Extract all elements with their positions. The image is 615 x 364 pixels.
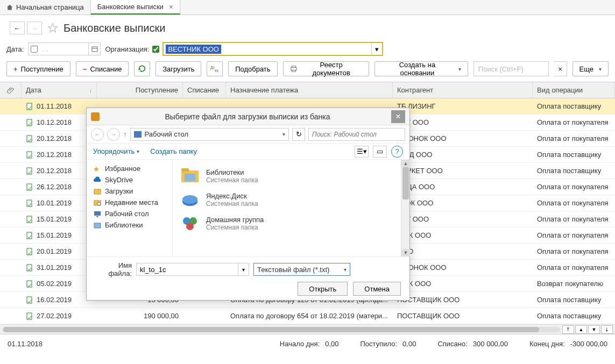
scroll-down-icon[interactable]: ▼ (401, 249, 410, 256)
cancel-button[interactable]: Отмена (353, 282, 401, 296)
back-button[interactable]: ← (10, 22, 25, 34)
chevron-down-icon: ▾ (599, 66, 602, 72)
col-contragent[interactable]: Контрагент (393, 82, 533, 98)
svg-point-31 (182, 195, 197, 204)
plus-icon: + (13, 65, 18, 73)
dtkt-button[interactable]: ДтКт (207, 61, 223, 76)
cell-contragent: ВИЦА ООО (393, 183, 533, 191)
sidebar-item-desk[interactable]: Рабочий стол (87, 208, 172, 219)
organize-button[interactable]: Упорядочить ▾ (93, 147, 139, 155)
cell-operation: Оплата от покупателя (533, 263, 615, 272)
chevron-down-icon[interactable]: ▾ (282, 131, 285, 137)
dialog-back-button[interactable]: ← (91, 128, 104, 141)
minus-icon: − (83, 65, 87, 73)
cell-operation: Оплата от покупателя (533, 183, 615, 191)
org-filter-checkbox[interactable] (152, 46, 159, 53)
sidebar-item-dl[interactable]: Загрузки (87, 185, 172, 197)
income-button[interactable]: +Поступление (6, 61, 70, 76)
org-value: ВЕСТНИК ООО (166, 45, 221, 54)
date-filter-checkbox[interactable] (31, 46, 38, 53)
search-input[interactable] (473, 61, 549, 76)
cell-date: 26.12.2018 (22, 183, 97, 191)
folder-icon (179, 190, 201, 209)
cell-date: 05.02.2019 (22, 280, 97, 288)
cell-operation: Оплата от покупателя (533, 231, 615, 239)
filename-dropdown-button[interactable]: ▾ (238, 263, 249, 276)
tab-home[interactable]: Начальная страница (0, 0, 91, 15)
cell-contragent: УТОК ООО (393, 199, 533, 207)
cell-contragent: EPT ООО (393, 215, 533, 223)
col-expense[interactable]: Списание (183, 82, 226, 98)
dialog-footer: Имя файла: ▾ Текстовый файл (*.txt) ▾ От… (87, 256, 409, 300)
path-input[interactable]: Рабочий стол ▾ (130, 128, 289, 141)
preview-pane-button[interactable]: ▭ (373, 146, 387, 158)
dialog-close-button[interactable]: × (391, 110, 405, 123)
fav-icon: ★ (93, 165, 102, 173)
dialog-body: ★ИзбранноеSkyDriveЗагрузкиНедавние места… (87, 160, 409, 256)
col-operation[interactable]: Вид операции (533, 82, 615, 98)
status-end-label: Конец дня: (529, 340, 565, 348)
col-date[interactable]: Дата↓ (22, 82, 97, 98)
cell-contragent: ГАРД ООО (393, 151, 533, 159)
cell-operation: Оплата поставщику (533, 167, 615, 175)
refresh-icon (138, 65, 146, 73)
dialog-search-input[interactable] (308, 128, 405, 141)
expense-button[interactable]: −Списание (76, 61, 129, 76)
horizontal-scrollbar[interactable]: ⤒ ▲ ▼ ⤓ (0, 324, 615, 334)
sidebar-item-lib[interactable]: Библиотеки (87, 219, 172, 231)
col-income[interactable]: Поступление (97, 82, 183, 98)
cell-date: 10.12.2018 (22, 118, 97, 126)
document-icon (26, 280, 33, 288)
view-mode-button[interactable]: ☰▾ (355, 146, 369, 158)
cell-operation: Оплата от покупателя (533, 215, 615, 223)
sidebar-item-fav[interactable]: ★Избранное (87, 163, 172, 174)
search-clear-button[interactable]: × (554, 61, 567, 76)
forward-button[interactable]: → (27, 22, 42, 34)
registry-button[interactable]: Реестр документов (283, 61, 369, 76)
col-description[interactable]: Назначение платежа (226, 82, 393, 98)
col-attachment[interactable] (0, 82, 22, 98)
dialog-scrollbar[interactable]: ▲ ▼ (401, 160, 409, 256)
close-icon[interactable]: × (169, 3, 173, 11)
status-begin-label: Начало дня: (280, 340, 320, 348)
up-arrow-icon[interactable]: ↑ (123, 130, 127, 138)
dialog-forward-button[interactable]: → (107, 128, 120, 141)
scroll-up-icon[interactable]: ▲ (401, 160, 410, 167)
new-folder-button[interactable]: Создать папку (150, 147, 197, 155)
status-end-value: -300 000,00 (570, 340, 607, 348)
file-item[interactable]: Домашняя группаСистемная папка (175, 211, 399, 235)
filetype-select[interactable]: Текстовый файл (*.txt) ▾ (253, 263, 350, 276)
org-field[interactable]: ВЕСТНИК ООО ▾ (162, 42, 383, 56)
status-out-value: 300 000,00 (473, 340, 508, 348)
file-item[interactable]: Яндекс.ДискСистемная папка (175, 188, 399, 211)
status-date: 01.11.2018 (8, 340, 43, 348)
table-row[interactable]: 27.02.2019190 000,00Оплата по договору 6… (0, 308, 615, 324)
document-icon (26, 296, 33, 304)
refresh-button[interactable] (134, 61, 150, 76)
date-input[interactable] (40, 45, 88, 53)
load-button[interactable]: Загрузить (155, 61, 201, 76)
tab-bank-label: Банковские выписки (97, 3, 164, 11)
org-dropdown-button[interactable]: ▾ (371, 43, 382, 55)
calendar-button[interactable] (88, 43, 100, 55)
file-item[interactable]: БиблиотекиСистемная папка (175, 164, 399, 188)
scroll-down-button[interactable]: ▼ (588, 325, 600, 334)
scroll-up-button[interactable]: ▲ (575, 325, 587, 334)
sidebar-item-recent[interactable]: Недавние места (87, 197, 172, 208)
svg-point-34 (186, 223, 194, 230)
create-based-button[interactable]: Создать на основании▾ (374, 61, 468, 76)
scroll-bottom-button[interactable]: ⤓ (601, 325, 613, 334)
sidebar-item-sky[interactable]: SkyDrive (87, 174, 172, 185)
home-icon (6, 4, 13, 11)
favorite-icon[interactable] (47, 23, 58, 33)
status-out-label: Списано: (437, 340, 467, 348)
more-button[interactable]: Еще▾ (572, 61, 609, 76)
open-button[interactable]: Открыть (298, 282, 348, 296)
dialog-refresh-button[interactable]: ↻ (292, 128, 305, 141)
cell-contragent: ООО (393, 247, 533, 255)
pick-button[interactable]: Подобрать (228, 61, 277, 76)
filename-input[interactable] (136, 263, 238, 276)
scroll-top-button[interactable]: ⤒ (562, 325, 574, 334)
tab-bank-statements[interactable]: Банковские выписки × (91, 0, 180, 15)
help-button[interactable]: ? (391, 146, 403, 158)
